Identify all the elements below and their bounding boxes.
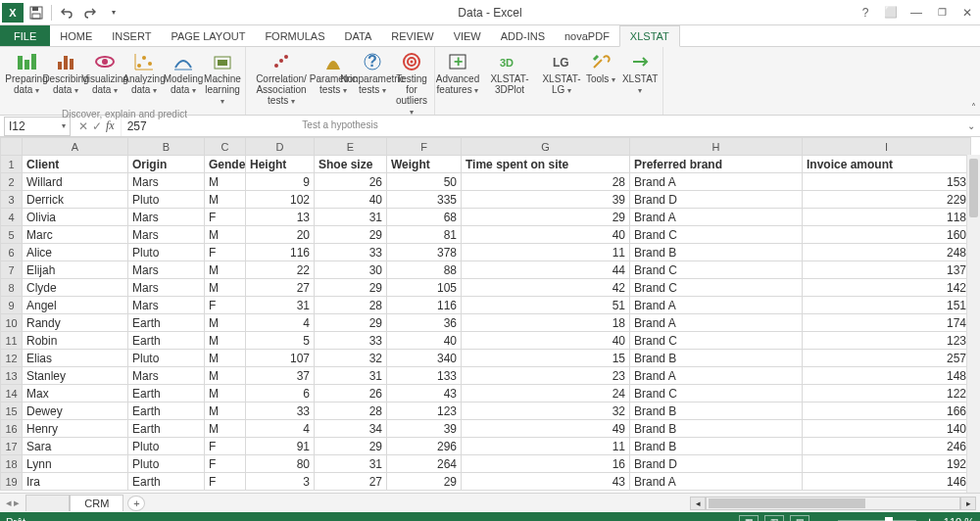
cell[interactable]: F	[205, 244, 246, 261]
close-icon[interactable]: ✕	[955, 0, 980, 25]
cell[interactable]: 146	[803, 473, 971, 491]
col-header-E[interactable]: E	[315, 138, 387, 156]
row-header-16[interactable]: 16	[1, 420, 23, 438]
cell[interactable]: M	[205, 261, 246, 279]
fx-icon[interactable]: fx	[106, 118, 115, 133]
xlstat-3dplot-button[interactable]: 3DXLSTAT-3DPlot	[478, 49, 541, 96]
cell[interactable]: 68	[387, 209, 462, 226]
cell[interactable]: 9	[246, 173, 315, 191]
xlstat-button[interactable]: XLSTAT ▾	[621, 49, 659, 96]
advanced-features-button[interactable]: +Advanced features ▾	[439, 49, 476, 96]
formula-input[interactable]: 257	[121, 116, 962, 136]
cell[interactable]: 29	[315, 279, 387, 297]
cell[interactable]: Brand A	[630, 473, 803, 491]
cell[interactable]: 42	[462, 279, 630, 297]
cell[interactable]: Henry	[23, 420, 128, 438]
cell[interactable]: 32	[315, 350, 387, 367]
cell[interactable]: Mars	[128, 367, 205, 385]
cell[interactable]: Elijah	[23, 261, 128, 279]
cell[interactable]: 81	[387, 226, 462, 244]
row-header-1[interactable]: 1	[1, 156, 23, 173]
cell[interactable]: 105	[387, 279, 462, 297]
new-sheet-button[interactable]: +	[127, 496, 145, 511]
row-header-7[interactable]: 7	[1, 261, 23, 279]
cell[interactable]: Shoe size	[315, 156, 387, 173]
spreadsheet[interactable]: ABCDEFGHI 1ClientOriginGenderHeightShoe …	[0, 137, 980, 493]
cell[interactable]: 37	[246, 367, 315, 385]
cell[interactable]: Pluto	[128, 455, 205, 473]
cell[interactable]: M	[205, 173, 246, 191]
cell[interactable]: 39	[462, 191, 630, 209]
cell[interactable]: 15	[462, 350, 630, 367]
cell[interactable]: Clyde	[23, 279, 128, 297]
cell[interactable]: 31	[315, 367, 387, 385]
cell[interactable]: Marc	[23, 226, 128, 244]
cell[interactable]: Mars	[128, 209, 205, 226]
ribbon-display-icon[interactable]: ⬜	[878, 0, 904, 25]
cell[interactable]: Pluto	[128, 244, 205, 261]
cell[interactable]: Brand B	[630, 420, 803, 438]
cell[interactable]: 257	[803, 350, 971, 367]
cell[interactable]: 50	[387, 173, 462, 191]
cell[interactable]: Olivia	[23, 209, 128, 226]
row-header-4[interactable]: 4	[1, 209, 23, 226]
cell[interactable]: 31	[315, 209, 387, 226]
sheet-nav-first-icon[interactable]: ◂	[6, 497, 12, 509]
cell[interactable]: 11	[462, 438, 630, 455]
cell[interactable]: 29	[315, 314, 387, 332]
cell[interactable]: Sara	[23, 438, 128, 455]
cell[interactable]: 22	[246, 261, 315, 279]
cell[interactable]: 27	[246, 279, 315, 297]
cell[interactable]: Earth	[128, 385, 205, 403]
cell[interactable]: 13	[246, 209, 315, 226]
cancel-formula-icon[interactable]: ✕	[78, 119, 88, 133]
cell[interactable]: Lynn	[23, 455, 128, 473]
cell[interactable]: 44	[462, 261, 630, 279]
qat-save-icon[interactable]	[25, 3, 47, 23]
cell[interactable]: Earth	[128, 403, 205, 420]
cell[interactable]: 4	[246, 314, 315, 332]
tab-insert[interactable]: INSERT	[102, 25, 161, 46]
cell[interactable]: 28	[315, 297, 387, 314]
select-all-cell[interactable]	[1, 138, 23, 156]
cell[interactable]: Invoice amount	[803, 156, 971, 173]
cell[interactable]: M	[205, 350, 246, 367]
cell[interactable]: 31	[246, 297, 315, 314]
xlstat-lg-button[interactable]: LGXLSTAT- LG ▾	[543, 49, 580, 96]
col-header-H[interactable]: H	[630, 138, 803, 156]
cell[interactable]: M	[205, 367, 246, 385]
col-header-C[interactable]: C	[205, 138, 246, 156]
visualizing-data-button[interactable]: Visualizing data ▾	[86, 49, 123, 107]
row-header-17[interactable]: 17	[1, 438, 23, 455]
cell[interactable]: 378	[387, 244, 462, 261]
col-header-I[interactable]: I	[803, 138, 971, 156]
cell[interactable]: 264	[387, 455, 462, 473]
testing-outliers-button[interactable]: Testing for outliers ▾	[393, 49, 430, 118]
sheet-tab-inactive[interactable]	[25, 495, 70, 511]
cell[interactable]: 26	[315, 385, 387, 403]
cell[interactable]: Mars	[128, 173, 205, 191]
cell[interactable]: 23	[462, 367, 630, 385]
cell[interactable]: Brand A	[630, 367, 803, 385]
cell[interactable]: M	[205, 420, 246, 438]
cell[interactable]: Pluto	[128, 191, 205, 209]
cell[interactable]: 192	[803, 455, 971, 473]
cell[interactable]: Brand C	[630, 332, 803, 350]
cell[interactable]: 3	[246, 473, 315, 491]
cell[interactable]: 5	[246, 332, 315, 350]
cell[interactable]: 153	[803, 173, 971, 191]
cell[interactable]: Brand A	[630, 173, 803, 191]
cell[interactable]: 29	[315, 226, 387, 244]
cell[interactable]: Brand C	[630, 261, 803, 279]
minimize-icon[interactable]: —	[904, 0, 929, 25]
cell[interactable]: Willard	[23, 173, 128, 191]
cell[interactable]: 27	[315, 473, 387, 491]
cell[interactable]: Mars	[128, 297, 205, 314]
cell[interactable]: Brand B	[630, 244, 803, 261]
col-header-A[interactable]: A	[23, 138, 128, 156]
scroll-right-icon[interactable]: ▸	[960, 497, 976, 510]
cell[interactable]: 123	[803, 332, 971, 350]
cell[interactable]: Brand D	[630, 191, 803, 209]
cell[interactable]: M	[205, 385, 246, 403]
tools-button[interactable]: Tools ▾	[582, 49, 619, 96]
